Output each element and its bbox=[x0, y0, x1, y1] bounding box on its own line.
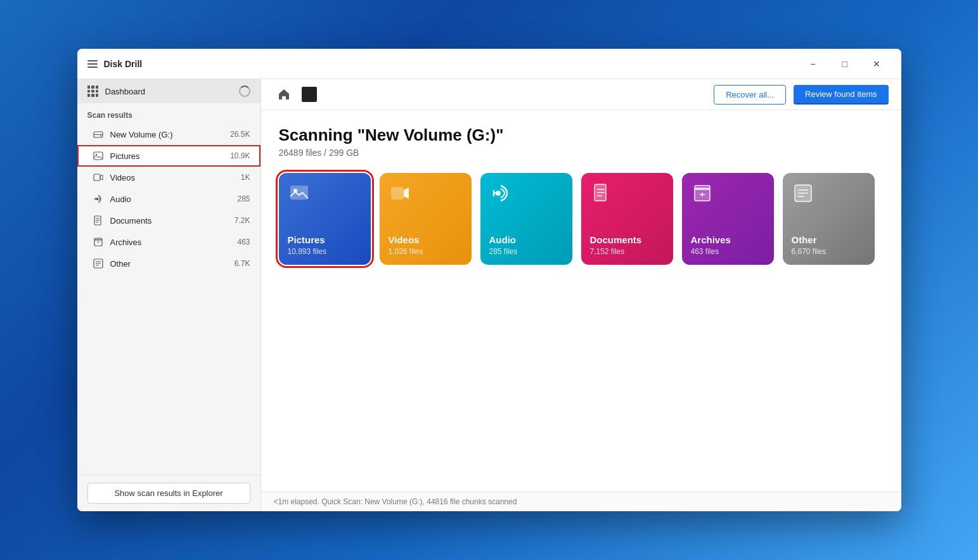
status-text: <1m elapsed. Quick Scan: New Volume (G:)… bbox=[274, 497, 517, 506]
title-bar: Disk Drill − □ ✕ bbox=[77, 49, 901, 79]
minimize-button[interactable]: − bbox=[799, 54, 828, 74]
scanning-subtitle: 26489 files / 299 GB bbox=[279, 148, 884, 158]
archives-card-label: Archives bbox=[691, 234, 731, 246]
sidebar: Dashboard Scan results New Volume (G:) 2… bbox=[77, 79, 261, 511]
title-bar-left: Disk Drill bbox=[87, 59, 799, 69]
card-other[interactable]: Other 6,670 files bbox=[783, 173, 875, 265]
home-button[interactable] bbox=[274, 84, 294, 105]
documents-card-count: 7,152 files bbox=[590, 247, 625, 256]
svg-rect-1 bbox=[94, 134, 103, 135]
sidebar-item-other-count: 6.7K bbox=[235, 259, 250, 268]
sidebar-item-documents-count: 7.2K bbox=[235, 216, 250, 225]
videos-card-icon bbox=[390, 183, 410, 203]
content-area: Recover all... Review found items Scanni… bbox=[261, 79, 901, 511]
sidebar-item-other-label: Other bbox=[110, 259, 228, 269]
sidebar-item-new-volume-count: 26.5K bbox=[230, 130, 250, 139]
sidebar-item-audio-label: Audio bbox=[110, 194, 231, 204]
svg-rect-31 bbox=[695, 186, 710, 189]
documents-card-label: Documents bbox=[590, 234, 642, 246]
dashboard-label: Dashboard bbox=[105, 87, 233, 96]
scanning-title: Scanning "New Volume (G:)" bbox=[279, 125, 884, 145]
sidebar-item-pictures-label: Pictures bbox=[110, 151, 224, 161]
maximize-button[interactable]: □ bbox=[830, 54, 859, 74]
sidebar-item-archives-count: 463 bbox=[237, 238, 250, 246]
close-button[interactable]: ✕ bbox=[862, 54, 891, 74]
sidebar-item-audio[interactable]: Audio 285 bbox=[77, 188, 261, 210]
sidebar-item-pictures[interactable]: Pictures 10.9K bbox=[77, 145, 261, 167]
content-toolbar: Recover all... Review found items bbox=[261, 79, 901, 110]
sidebar-item-pictures-count: 10.9K bbox=[230, 151, 250, 160]
audio-card-label: Audio bbox=[489, 234, 517, 246]
card-documents[interactable]: Documents 7,152 files bbox=[581, 173, 673, 265]
other-card-count: 6,670 files bbox=[792, 247, 827, 256]
sidebar-item-documents-label: Documents bbox=[110, 216, 228, 226]
svg-rect-22 bbox=[391, 187, 404, 200]
app-window: Disk Drill − □ ✕ Dashboard Scan results bbox=[77, 49, 901, 511]
sidebar-item-new-volume[interactable]: New Volume (G:) 26.5K bbox=[77, 124, 261, 145]
card-audio[interactable]: Audio 285 files bbox=[480, 173, 572, 265]
archives-card-count: 463 files bbox=[691, 247, 719, 256]
content-main: Scanning "New Volume (G:)" 26489 files /… bbox=[261, 110, 901, 492]
sidebar-item-new-volume-label: New Volume (G:) bbox=[110, 130, 224, 139]
sidebar-item-other[interactable]: Other 6.7K bbox=[77, 253, 261, 274]
sidebar-item-audio-count: 285 bbox=[237, 194, 250, 203]
video-icon bbox=[93, 172, 104, 183]
svg-rect-20 bbox=[290, 186, 308, 200]
stop-button[interactable] bbox=[302, 87, 317, 102]
audio-card-icon bbox=[491, 183, 511, 203]
title-bar-controls: − □ ✕ bbox=[799, 54, 891, 74]
pictures-card-icon bbox=[289, 183, 309, 203]
sidebar-item-dashboard[interactable]: Dashboard bbox=[77, 79, 261, 103]
sidebar-item-videos-count: 1K bbox=[241, 173, 250, 182]
card-videos[interactable]: Videos 1,026 files bbox=[380, 173, 472, 265]
other-card-icon bbox=[793, 183, 813, 203]
scan-results-label: Scan results bbox=[77, 103, 261, 124]
sidebar-item-videos-label: Videos bbox=[110, 173, 235, 182]
main-layout: Dashboard Scan results New Volume (G:) 2… bbox=[77, 79, 901, 511]
sidebar-item-archives[interactable]: Archives 463 bbox=[77, 231, 261, 253]
svg-point-2 bbox=[100, 136, 101, 137]
picture-icon bbox=[93, 150, 104, 162]
svg-rect-5 bbox=[94, 174, 100, 181]
card-archives[interactable]: Archives 463 files bbox=[682, 173, 774, 265]
dashboard-icon bbox=[87, 86, 99, 97]
videos-card-label: Videos bbox=[389, 234, 420, 246]
svg-rect-3 bbox=[94, 152, 103, 160]
app-title: Disk Drill bbox=[104, 59, 143, 69]
recover-all-button[interactable]: Recover all... bbox=[714, 85, 786, 105]
audio-card-count: 285 files bbox=[489, 247, 518, 256]
menu-icon[interactable] bbox=[87, 60, 98, 68]
pictures-card-count: 10,893 files bbox=[288, 247, 326, 256]
archives-card-icon bbox=[692, 183, 712, 203]
sidebar-item-archives-label: Archives bbox=[110, 238, 231, 247]
documents-card-icon bbox=[591, 183, 612, 203]
document-icon bbox=[93, 215, 104, 226]
spinner-icon bbox=[239, 86, 250, 97]
videos-card-count: 1,026 files bbox=[389, 247, 423, 256]
card-pictures[interactable]: Pictures 10,893 files bbox=[279, 173, 371, 265]
other-card-label: Other bbox=[792, 234, 817, 246]
show-explorer-button[interactable]: Show scan results in Explorer bbox=[87, 483, 250, 504]
audio-icon bbox=[93, 193, 104, 205]
sidebar-item-documents[interactable]: Documents 7.2K bbox=[77, 210, 261, 231]
other-icon bbox=[93, 258, 104, 269]
archive-icon bbox=[93, 236, 104, 248]
drive-icon bbox=[93, 129, 104, 140]
sidebar-item-videos[interactable]: Videos 1K bbox=[77, 167, 261, 188]
content-footer: <1m elapsed. Quick Scan: New Volume (G:)… bbox=[261, 492, 901, 511]
sidebar-footer: Show scan results in Explorer bbox=[77, 474, 261, 511]
category-cards: Pictures 10,893 files Videos 1,026 files bbox=[279, 173, 884, 265]
review-found-items-button[interactable]: Review found items bbox=[794, 85, 888, 105]
svg-point-4 bbox=[95, 154, 96, 155]
pictures-card-label: Pictures bbox=[288, 234, 325, 246]
